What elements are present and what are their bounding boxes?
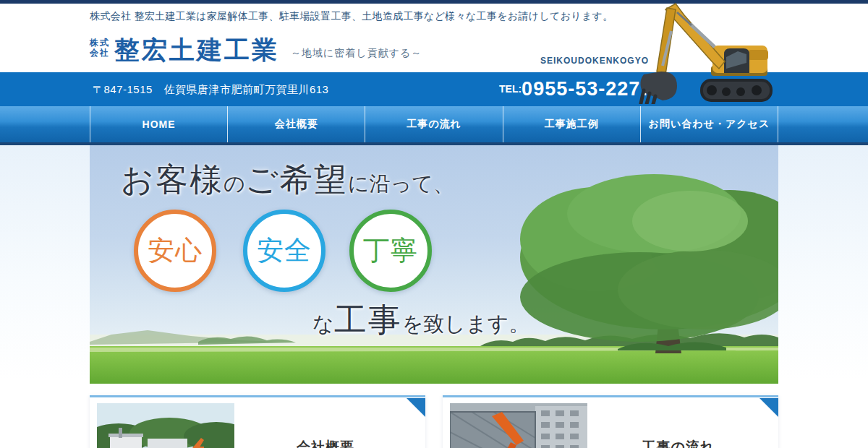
- hero-circle-3: 丁寧: [349, 210, 432, 292]
- site-header: 株式会社 整宏土建工業は家屋解体工事、駐車場設置工事、土地造成工事など様々な工事…: [0, 4, 868, 72]
- hero-line2-small1: な: [312, 312, 334, 335]
- hero-banner: お客様のご希望に沿って、 安心 安全 丁寧 な工事を致します。: [90, 145, 778, 384]
- nav-item-workflow[interactable]: 工事の流れ: [365, 106, 502, 142]
- hero-line2-small2: を致します。: [402, 312, 530, 335]
- card-company-overview-title: 会社概要: [234, 438, 417, 448]
- company-address: 〒847-1515 佐賀県唐津市肥前町万賀里川613: [93, 83, 328, 97]
- nav-inner: HOME 会社概要 工事の流れ 工事施工例 お問い合わせ・アクセス: [90, 106, 778, 142]
- hero-line1-small2: に沿って、: [348, 172, 454, 195]
- phone-number: TEL:0955-53-2277: [499, 78, 652, 100]
- company-overview-photo: [97, 403, 234, 448]
- workflow-photo: [450, 403, 587, 448]
- nav-item-examples[interactable]: 工事施工例: [503, 106, 640, 142]
- hero-circle-3-label: 丁寧: [363, 233, 418, 269]
- nav-item-company[interactable]: 会社概要: [227, 106, 365, 142]
- nav-item-contact[interactable]: お問い合わせ・アクセス: [640, 106, 778, 142]
- contact-bar: 〒847-1515 佐賀県唐津市肥前町万賀里川613 TEL:0955-53-2…: [0, 72, 868, 106]
- teaser-cards: 会社概要 工事の流れ: [90, 395, 778, 448]
- logo-prefix: 株式 会社: [90, 38, 110, 62]
- hero-circle-2-label: 安全: [257, 233, 312, 269]
- corner-triangle-icon: [407, 398, 425, 417]
- company-tagline: ～地域に密着し貢献する～: [291, 47, 422, 60]
- tel-number: 0955-53-2277: [522, 78, 652, 100]
- card-company-overview[interactable]: 会社概要: [90, 395, 425, 448]
- hero-line1-large1: お客様: [121, 162, 224, 198]
- page: 株式会社 整宏土建工業は家屋解体工事、駐車場設置工事、土地造成工事など様々な工事…: [0, 0, 868, 448]
- hero-circle-1: 安心: [134, 210, 216, 292]
- hero-heading-line2: な工事を致します。: [312, 298, 529, 342]
- logo-prefix-bottom: 会社: [90, 48, 110, 59]
- hero-circle-1-label: 安心: [148, 233, 203, 269]
- logo-prefix-top: 株式: [90, 38, 110, 48]
- site-description: 株式会社 整宏土建工業は家屋解体工事、駐車場設置工事、土地造成工事など様々な工事…: [90, 10, 613, 23]
- logo-link[interactable]: 株式 会社 整宏土建工業 ～地域に密着し貢献する～: [90, 37, 422, 62]
- hero-line2-large1: 工事: [334, 302, 402, 338]
- corner-triangle-icon: [760, 398, 778, 417]
- hero-line1-large2: ご希望: [245, 162, 348, 198]
- hero-circle-2: 安全: [243, 210, 326, 292]
- main-navigation: HOME 会社概要 工事の流れ 工事施工例 お問い合わせ・アクセス: [0, 106, 868, 142]
- company-name: 整宏土建工業: [114, 37, 279, 62]
- hero-heading-line1: お客様のご希望に沿って、: [121, 158, 454, 202]
- card-workflow-title: 工事の流れ: [587, 438, 770, 448]
- company-romaji: SEIKOUDOKENKOGYO: [540, 56, 649, 66]
- card-workflow[interactable]: 工事の流れ: [443, 395, 778, 448]
- tel-label: TEL:: [499, 83, 522, 95]
- hero-line1-small1: の: [224, 172, 245, 195]
- nav-item-home[interactable]: HOME: [90, 106, 227, 142]
